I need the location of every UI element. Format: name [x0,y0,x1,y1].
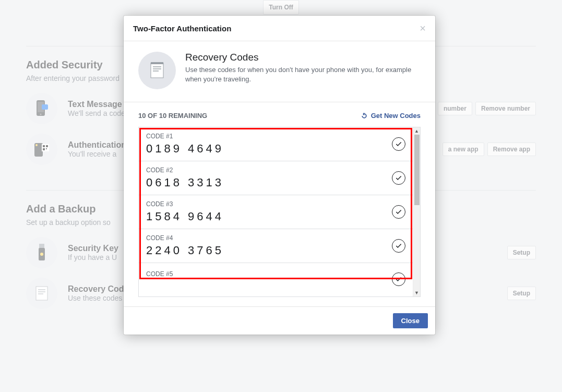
check-circle-icon [392,137,405,151]
close-button[interactable]: Close [393,313,428,328]
codes-bar: 10 OF 10 REMAINING Get New Codes [138,112,421,120]
check-circle-icon [392,239,405,253]
code-row: CODE #2 0618 3313 [139,161,413,195]
code-row: CODE #4 2240 3765 [139,229,413,263]
get-new-codes-label: Get New Codes [371,112,421,120]
code-row: CODE #3 1584 9644 [139,195,413,229]
code-label: CODE #4 [146,234,224,242]
code-row: CODE #1 0189 4649 [139,127,413,161]
dialog-header: Two-Factor Authentication × [124,16,435,41]
codes-scroll-container: CODE #1 0189 4649 CODE #2 0618 3313 CODE… [138,127,421,297]
code-value: 1584 9644 [146,210,224,223]
code-label: CODE #1 [146,133,224,140]
svg-rect-19 [151,62,163,64]
scroll-thumb[interactable] [414,135,420,205]
hero-title: Recovery Codes [185,52,421,63]
hero-description: Use these codes for when you don't have … [185,65,421,84]
svg-rect-18 [151,63,163,78]
recovery-codes-dialog: Two-Factor Authentication × Recovery Cod… [124,16,435,335]
dialog-hero: Recovery Codes Use these codes for when … [124,41,435,102]
code-label: CODE #2 [146,167,224,174]
dialog-title: Two-Factor Authentication [133,24,231,33]
check-circle-icon [392,205,405,219]
close-icon[interactable]: × [420,23,426,33]
get-new-codes-link[interactable]: Get New Codes [361,112,421,120]
refresh-icon [361,112,368,120]
check-circle-icon [392,171,405,185]
code-label: CODE #5 [146,270,173,278]
dialog-footer: Close [124,306,435,335]
scrollbar[interactable]: ▲ ▼ [413,127,420,296]
code-value: 0189 4649 [146,142,224,156]
code-value: 0618 3313 [146,176,224,189]
scroll-up-arrow-icon[interactable]: ▲ [413,127,420,135]
codes-body: 10 OF 10 REMAINING Get New Codes CODE #1… [124,102,435,297]
code-label: CODE #3 [146,200,224,208]
code-row: CODE #5 [139,263,413,282]
remaining-count: 10 OF 10 REMAINING [138,112,207,120]
code-value: 2240 3765 [146,244,224,257]
notepad-icon [138,52,176,89]
scroll-down-arrow-icon[interactable]: ▼ [413,289,420,296]
codes-list: CODE #1 0189 4649 CODE #2 0618 3313 CODE… [139,127,413,296]
check-circle-icon [392,272,405,286]
